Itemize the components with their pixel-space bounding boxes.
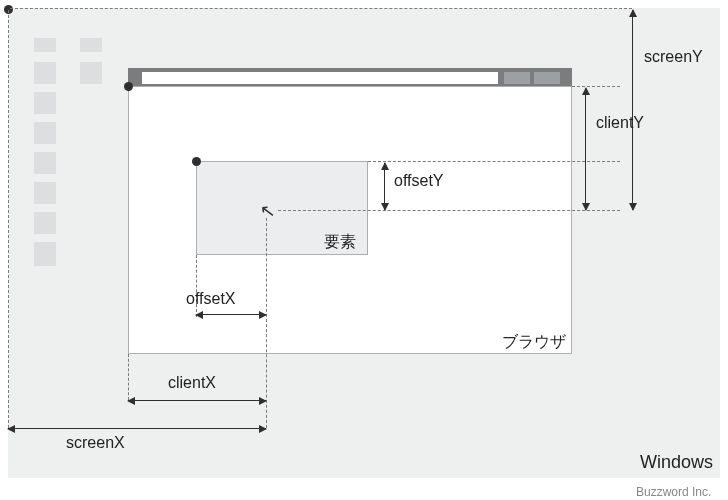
taskbar-block xyxy=(34,92,56,114)
cursor-icon: ↖ xyxy=(259,199,277,223)
taskbar-block xyxy=(80,62,102,84)
screenx-arrow xyxy=(8,428,266,429)
taskbar-block xyxy=(34,38,56,52)
screeny-label: screenY xyxy=(644,48,703,66)
guide-line xyxy=(10,8,632,9)
taskbar-block xyxy=(34,212,56,234)
guide-line xyxy=(278,210,620,211)
screeny-arrow xyxy=(632,10,633,210)
titlebar-button xyxy=(504,72,530,84)
element-origin-dot xyxy=(192,157,201,166)
titlebar-button xyxy=(534,72,560,84)
offsety-arrow xyxy=(384,163,385,210)
credit-label: Buzzword Inc. xyxy=(636,485,711,499)
offsetx-arrow xyxy=(196,314,266,315)
taskbar-block xyxy=(34,152,56,174)
clientx-arrow xyxy=(128,400,266,401)
browser-origin-dot xyxy=(124,82,133,91)
offsety-label: offsetY xyxy=(394,172,444,190)
browser-label: ブラウザ xyxy=(502,332,566,353)
guide-line xyxy=(572,86,620,87)
guide-line xyxy=(128,354,129,400)
offsetx-label: offsetX xyxy=(186,290,236,308)
taskbar-block xyxy=(34,122,56,144)
taskbar-block xyxy=(34,182,56,204)
taskbar-block xyxy=(34,62,56,84)
element-label: 要素 xyxy=(324,232,356,253)
os-label: Windows xyxy=(640,452,713,473)
clienty-arrow xyxy=(585,88,586,210)
screenx-label: screenX xyxy=(66,434,125,452)
diagram-canvas: ↖ screenX clientX offsetX screenY client… xyxy=(0,0,728,500)
clienty-label: clientY xyxy=(596,114,644,132)
guide-line xyxy=(8,10,9,428)
taskbar-block xyxy=(34,242,56,266)
taskbar-block xyxy=(80,38,102,52)
guide-line xyxy=(368,161,620,162)
browser-urlbar xyxy=(142,72,498,84)
clientx-label: clientX xyxy=(168,374,216,392)
